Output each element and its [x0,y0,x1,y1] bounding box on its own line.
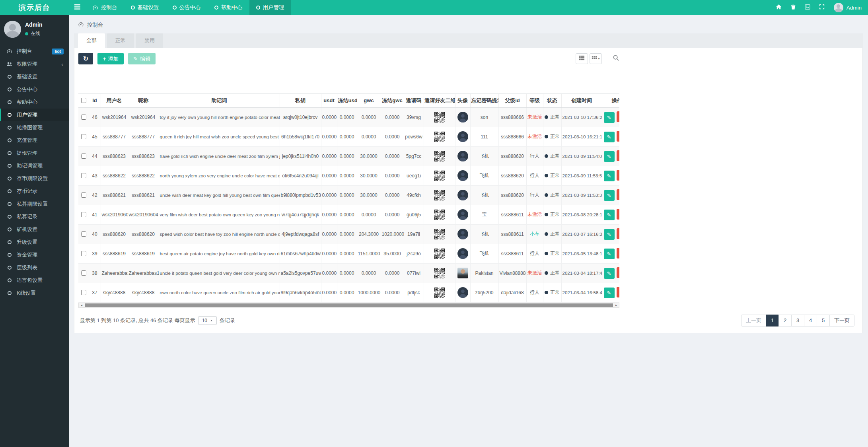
row-checkbox[interactable] [81,231,86,237]
fullscreen-button[interactable] [815,0,829,15]
sidebar-item-3[interactable]: 公告中心 [0,83,69,96]
home-button[interactable] [772,0,786,15]
column-header-12[interactable]: 忘记密码提示 [470,94,498,107]
sidebar-item-18[interactable]: 语言包设置 [0,274,69,287]
row-checkbox[interactable] [81,192,86,198]
trash-button[interactable] [786,0,800,15]
edit-button-disabled[interactable]: ✎ 编辑 [128,53,156,64]
sidebar-item-17[interactable]: 层级列表 [0,261,69,274]
hamburger-button[interactable] [69,0,86,15]
column-header-7[interactable]: gwc [357,94,381,107]
sidebar-item-11[interactable]: 存币记录 [0,185,69,198]
sidebar-item-9[interactable]: 助记词管理 [0,159,69,172]
row-edit-button[interactable]: ✎ [604,171,615,181]
row-checkbox[interactable] [81,173,86,178]
sidebar-item-10[interactable]: 存币期限设置 [0,172,69,185]
tab-1[interactable]: 正常 [107,33,134,48]
row-checkbox[interactable] [81,115,86,120]
row-delete-button[interactable] [617,131,620,142]
topnav-item-2[interactable]: 公告中心 [166,0,208,15]
tab-0[interactable]: 全部 [78,33,105,48]
row-delete-button[interactable] [617,150,620,161]
column-header-3[interactable]: 助记词 [159,94,280,107]
row-delete-button[interactable] [617,111,620,122]
row-edit-button[interactable]: ✎ [604,288,615,298]
sidebar-item-6[interactable]: 轮播图管理 [0,121,69,134]
column-header-8[interactable]: 冻结gwc [381,94,404,107]
row-delete-button[interactable] [617,189,620,200]
column-header-2[interactable]: 昵称 [128,94,159,107]
sidebar-item-19[interactable]: K线设置 [0,287,69,299]
search-button[interactable] [613,54,619,63]
clear-cache-button[interactable] [800,0,815,15]
row-checkbox[interactable] [81,290,86,295]
sidebar-item-4[interactable]: 帮助中心 [0,96,69,109]
sidebar-item-12[interactable]: 私募期限设置 [0,198,69,210]
column-header-15[interactable]: 状态 [543,94,561,107]
column-header-16[interactable]: 创建时间 [561,94,602,107]
column-header-13[interactable]: 父级id [498,94,526,107]
row-checkbox[interactable] [81,212,86,217]
row-edit-button[interactable]: ✎ [604,268,615,279]
column-header-14[interactable]: 等级 [526,94,543,107]
sidebar-item-14[interactable]: 矿机设置 [0,223,69,236]
sidebar-item-1[interactable]: 权限管理‹ [0,58,69,70]
row-edit-button[interactable]: ✎ [604,112,615,123]
topnav-item-4[interactable]: 用户管理 [249,0,291,15]
pagination-page-2[interactable]: 2 [778,315,792,327]
refresh-button[interactable]: ↻ [78,53,93,64]
row-delete-button[interactable] [617,209,620,220]
column-header-6[interactable]: 冻结usdt [337,94,357,107]
user-menu[interactable]: Admin [834,3,862,12]
horizontal-scrollbar[interactable]: ◂ ▸ [78,303,619,308]
pagination-page-5[interactable]: 5 [817,315,830,327]
scrollbar-thumb[interactable] [85,303,613,307]
column-header-5[interactable]: usdt [321,94,337,107]
select-all-checkbox[interactable] [81,98,86,103]
pagination-page-1[interactable]: 1 [766,315,779,327]
column-header-4[interactable]: 私钥 [280,94,321,107]
sidebar-item-7[interactable]: 充值管理 [0,134,69,147]
row-edit-button[interactable]: ✎ [604,210,615,220]
row-checkbox[interactable] [81,134,86,139]
sidebar-item-15[interactable]: 升级设置 [0,236,69,249]
page-size-select[interactable]: 10 ▲ [198,316,217,325]
column-header-17[interactable]: 操作 [602,94,619,107]
tab-2[interactable]: 禁用 [136,33,163,48]
row-delete-button[interactable] [617,248,620,258]
pagination-page-4[interactable]: 4 [804,315,817,327]
pagination-page-3[interactable]: 3 [791,315,804,327]
pagination-next[interactable]: 下一页 [829,315,854,327]
row-delete-button[interactable] [617,287,620,297]
sidebar-item-16[interactable]: 资金管理 [0,249,69,261]
column-header-10[interactable]: 邀请好友二维码 [424,94,455,107]
sidebar-item-13[interactable]: 私募记录 [0,210,69,223]
row-delete-button[interactable] [617,267,620,278]
sidebar-item-0[interactable]: 控制台hot [0,45,69,58]
row-edit-button[interactable]: ✎ [604,190,615,201]
column-header-0[interactable]: Id [89,94,101,107]
column-header-11[interactable]: 头像 [455,94,470,107]
column-header-1[interactable]: 用户名 [101,94,128,107]
columns-button[interactable]: ▾ [590,53,602,64]
row-edit-button[interactable]: ✎ [604,249,615,259]
row-delete-button[interactable] [617,170,620,181]
row-checkbox[interactable] [81,154,86,159]
row-edit-button[interactable]: ✎ [604,151,615,162]
add-button[interactable]: + 添加 [97,53,123,64]
row-edit-button[interactable]: ✎ [604,229,615,240]
topnav-item-0[interactable]: 控制台 [86,0,124,15]
row-delete-button[interactable] [617,228,620,239]
toggle-view-button[interactable] [576,53,588,64]
row-edit-button[interactable]: ✎ [604,132,615,142]
sidebar-item-5[interactable]: 用户管理 [0,109,69,121]
sidebar-item-2[interactable]: 基础设置 [0,70,69,83]
column-header-9[interactable]: 邀请码 [404,94,424,107]
topnav-item-1[interactable]: 基础设置 [124,0,166,15]
scroll-right-icon[interactable]: ▸ [613,303,619,307]
topnav-item-3[interactable]: 帮助中心 [208,0,249,15]
scroll-left-icon[interactable]: ◂ [79,303,84,307]
row-checkbox[interactable] [81,270,86,276]
sidebar-item-8[interactable]: 提现管理 [0,147,69,159]
row-checkbox[interactable] [81,251,86,256]
